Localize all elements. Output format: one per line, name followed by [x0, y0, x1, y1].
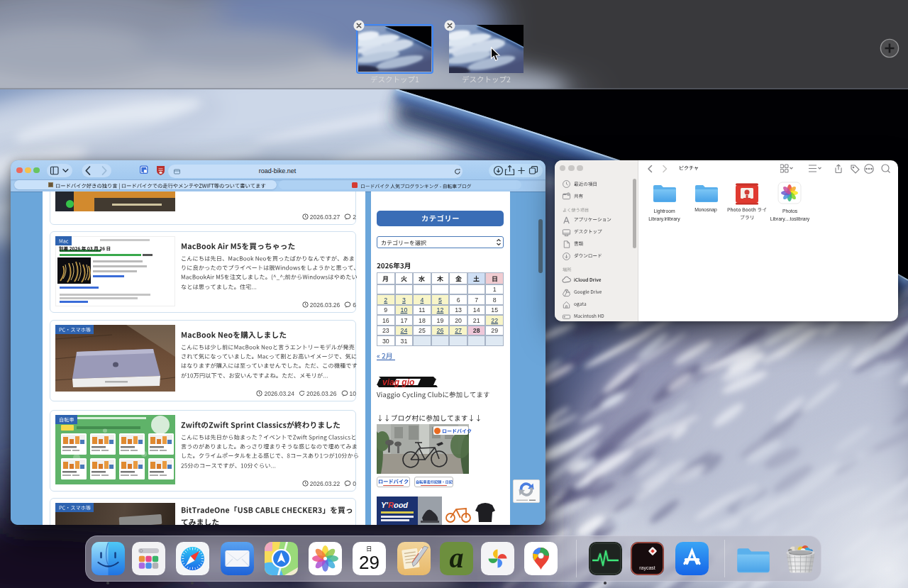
svg-text:viag gio: viag gio	[382, 377, 414, 387]
svg-text:Y'Rood: Y'Rood	[381, 501, 408, 509]
svg-text:29: 29	[359, 552, 380, 573]
svg-text:a: a	[449, 542, 463, 574]
svg-text:raycast: raycast	[639, 565, 655, 571]
